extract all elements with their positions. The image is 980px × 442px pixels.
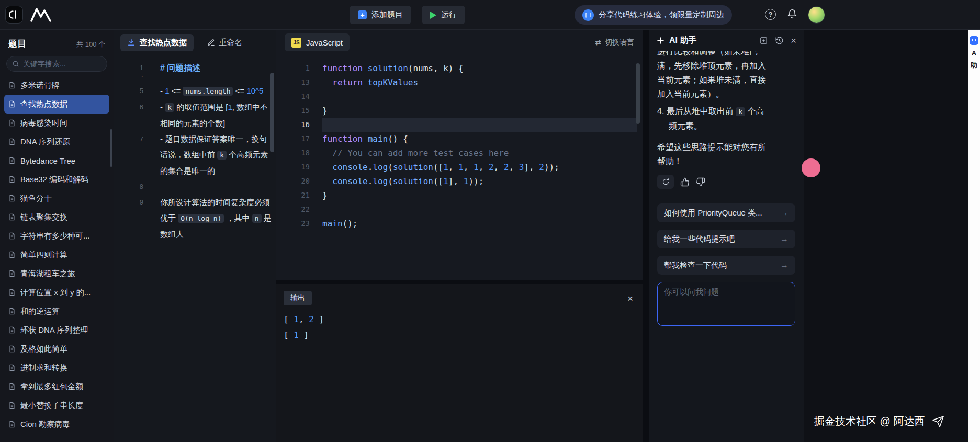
list-item[interactable]: 拿到最多红包金额	[4, 377, 109, 396]
output-panel: 输出 × [ 1, 2 ][ 1 ]	[276, 284, 643, 442]
text-segment	[363, 77, 368, 87]
code-text: main();	[322, 217, 643, 231]
code-text: return topKValues	[322, 75, 643, 89]
list-item[interactable]: 查找热点数据	[4, 95, 109, 114]
text-segment: main	[368, 134, 388, 144]
run-button[interactable]: 运行	[422, 6, 465, 24]
thumbs-up-icon[interactable]	[680, 177, 690, 187]
list-item-label: 计算位置 x 到 y 的...	[20, 288, 91, 298]
list-item[interactable]: 最小替换子串长度	[4, 396, 109, 415]
add-problem-label: 添加题目	[371, 10, 403, 20]
ai-message-paragraph: 进行比较和调整（如果堆已满，先移除堆顶元素，再加入当前元素；如果堆未满，直接加入…	[657, 51, 769, 101]
marscode-logo[interactable]	[30, 7, 52, 22]
document-icon	[8, 213, 16, 221]
sidebar-scrollbar[interactable]	[110, 129, 112, 167]
line-number: 6	[114, 99, 143, 131]
text-segment: 的取值范围是 [	[174, 103, 228, 111]
suggestion-label: 帮我检查一下代码	[664, 260, 727, 270]
output-tab[interactable]: 输出	[284, 291, 312, 305]
document-icon	[8, 82, 16, 89]
list-item[interactable]: 计算位置 x 到 y 的...	[4, 283, 109, 302]
problem-title-button[interactable]: 查找热点数据	[120, 34, 194, 51]
text-segment: log	[373, 162, 388, 172]
list-item[interactable]: Cion 勘察病毒	[4, 415, 109, 434]
markdown-line: 1# 问题描述	[114, 60, 276, 76]
document-icon	[8, 138, 16, 145]
suggestion-chip[interactable]: 帮我检查一下代码→	[657, 256, 795, 275]
text-segment: ,	[494, 162, 504, 172]
list-item[interactable]: 及格如此简单	[4, 339, 109, 358]
ai-title: AI 助手	[669, 35, 696, 46]
list-item[interactable]: 环状 DNA 序列整理	[4, 321, 109, 339]
markdown-line: 9你所设计算法的时间复杂度必须优于 O(n log n) ，其中 n 是数组大	[114, 195, 276, 242]
code-area[interactable]: 1function solution(nums, k) {13 return t…	[276, 55, 643, 280]
bell-icon[interactable]	[787, 9, 797, 19]
ai-header: AI 助手 ×	[649, 30, 804, 51]
document-icon	[8, 308, 16, 315]
regenerate-button[interactable]	[657, 175, 674, 189]
close-icon[interactable]: ×	[627, 293, 633, 303]
text-segment: [	[284, 330, 294, 340]
tab-javascript[interactable]: JS JavaScript	[285, 33, 350, 51]
document-icon	[8, 421, 16, 428]
list-item[interactable]: DNA 序列还原	[4, 132, 109, 151]
problem-header: 查找热点数据 重命名	[114, 30, 276, 55]
line-number: 13	[276, 75, 310, 89]
rail-label: A	[972, 49, 976, 57]
list-item[interactable]: 简单四则计算	[4, 245, 109, 264]
floating-badge[interactable]	[802, 158, 820, 177]
problem-description-editor[interactable]: 1# 问题描述45- 1 <= nums.length <= 10^56- k …	[114, 55, 276, 280]
list-item[interactable]: 链表聚集交换	[4, 208, 109, 226]
suggestion-chip[interactable]: 如何使用 PriorityQueue 类...→	[657, 203, 795, 222]
text-segment: <=	[233, 86, 246, 95]
ai-question-input[interactable]	[657, 282, 795, 326]
download-icon	[127, 38, 136, 47]
list-item[interactable]: 和的逆运算	[4, 302, 109, 321]
list-item[interactable]: 病毒感染时间	[4, 114, 109, 132]
text-segment: 希望这些思路提示能对您有所帮助！	[657, 143, 766, 166]
search-input[interactable]	[23, 60, 102, 68]
list-item[interactable]: Bytedance Tree	[4, 151, 109, 170]
editor-scrollbar[interactable]	[636, 63, 640, 124]
vertical-divider	[643, 30, 649, 442]
list-item[interactable]: 进制求和转换	[4, 358, 109, 377]
ai-robot-icon[interactable]	[970, 36, 978, 45]
ai-panel: AI 助手 × 进行比较和调整（如果堆已满，先移除堆顶元素，再加入当前元素；如果…	[649, 30, 804, 442]
document-icon	[8, 100, 16, 108]
line-number: 7	[114, 131, 143, 179]
js-icon: JS	[291, 38, 301, 48]
promo-banner[interactable]: 分享代码练习体验，领限量定制周边	[575, 5, 732, 25]
code-line: 1function solution(nums, k) {	[276, 61, 643, 75]
help-icon[interactable]: ?	[765, 9, 776, 20]
problem-list: 多米诺骨牌查找热点数据病毒感染时间DNA 序列还原Bytedance TreeB…	[0, 76, 114, 434]
line-number: 4	[114, 76, 143, 83]
code-text: function solution(nums, k) {	[322, 61, 643, 75]
text-segment: 1	[458, 162, 464, 172]
add-problem-button[interactable]: + 添加题目	[350, 6, 411, 24]
text-segment: ([	[433, 176, 443, 186]
text-segment: () {	[388, 134, 408, 144]
switch-language-button[interactable]: ⇄ 切换语言	[595, 38, 634, 47]
thumbs-down-icon[interactable]	[696, 177, 705, 187]
rename-button[interactable]: 重命名	[207, 38, 242, 48]
close-icon[interactable]: ×	[791, 36, 796, 46]
list-item[interactable]: Base32 编码和解码	[4, 170, 109, 189]
list-item[interactable]: 多米诺骨牌	[4, 76, 109, 95]
new-chat-icon[interactable]	[759, 36, 768, 45]
code-line: 14	[276, 89, 643, 104]
text-segment	[363, 63, 368, 73]
text-segment: ,	[299, 314, 309, 324]
background-area: 掘金技术社区 @ 阿达西	[804, 30, 968, 442]
problem-lines: 1# 问题描述45- 1 <= nums.length <= 10^56- k …	[114, 60, 276, 242]
history-icon[interactable]	[775, 36, 784, 45]
text-segment: .	[368, 176, 373, 186]
list-item[interactable]: 青海湖租车之旅	[4, 264, 109, 283]
problem-scrollbar[interactable]	[270, 73, 274, 152]
list-item[interactable]: 字符串有多少种可...	[4, 226, 109, 245]
avatar[interactable]	[808, 6, 825, 24]
list-item[interactable]: 猫鱼分干	[4, 189, 109, 208]
list-item-label: 字符串有多少种可...	[20, 231, 90, 241]
suggestion-chip[interactable]: 给我一些代码提示吧→	[657, 230, 795, 248]
app-logo[interactable]	[5, 6, 23, 24]
line-number: 22	[276, 202, 310, 217]
